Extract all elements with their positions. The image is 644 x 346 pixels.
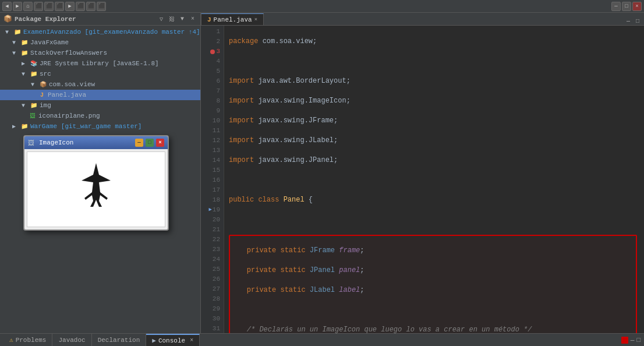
right-panel: J Panel.java × — □ 1 2 3 4 5 6 7 8 9 10 xyxy=(201,13,644,333)
folder-icon: 📁 xyxy=(13,27,22,37)
java-file-icon: J xyxy=(37,90,47,100)
package-explorer-title: Package Explorer xyxy=(15,16,155,23)
bottom-min-icon[interactable]: — xyxy=(631,337,635,344)
window-minimize[interactable]: — xyxy=(611,2,621,11)
left-panel: 📦 Package Explorer ▽ ⛓ ▼ × ▼ 📁 ExamenIAv… xyxy=(0,13,201,333)
main-layout: 📦 Package Explorer ▽ ⛓ ▼ × ▼ 📁 ExamenIAv… xyxy=(0,13,644,333)
explorer-link-icon[interactable]: ⛓ xyxy=(168,15,176,23)
window-maximize[interactable]: □ xyxy=(622,2,631,11)
explorer-collapse-icon[interactable]: ▽ xyxy=(157,15,165,23)
tree-item-stackoverflow[interactable]: ▼ 📁 StackOverflowAnswers xyxy=(0,48,200,58)
bottom-bar: ⚠ Problems Javadoc Declaration ▶ Console… xyxy=(0,333,644,346)
toolbar-btn-10[interactable]: ⬛ xyxy=(97,2,106,11)
console-label: Console xyxy=(158,337,185,344)
package-explorer-header: 📦 Package Explorer ▽ ⛓ ▼ × xyxy=(0,13,200,26)
expand-icon: ▼ xyxy=(19,69,28,79)
tree-item-airplane-png[interactable]: 🖼 iconairplane.png xyxy=(0,111,200,121)
tab-problems[interactable]: ⚠ Problems xyxy=(3,334,52,347)
dialog-title: ImageIcon xyxy=(39,139,133,146)
folder-icon: 📁 xyxy=(20,48,29,58)
dialog-minimize-button[interactable]: — xyxy=(135,139,143,147)
editor-area: 1 2 3 4 5 6 7 8 9 10 11 12 13 14 15 16 1… xyxy=(201,26,644,333)
editor-tab-bar: J Panel.java × — □ xyxy=(201,13,644,26)
console-close-icon[interactable]: × xyxy=(190,337,193,344)
toolbar-btn-6[interactable]: ⬛ xyxy=(55,2,64,11)
tree-item-label: Panel.java xyxy=(48,91,86,98)
tree-item-package[interactable]: ▼ 📦 com.soa.view xyxy=(0,79,200,90)
tab-console[interactable]: ▶ Console × xyxy=(146,334,200,347)
toolbar-btn-3[interactable]: ⌂ xyxy=(23,2,33,11)
tree-item-label: WarGame [git_war_game master] xyxy=(30,123,141,130)
airplane-silhouette xyxy=(67,160,125,218)
tree-item-wargame[interactable]: ▶ 📁 WarGame [git_war_game master] xyxy=(0,121,200,132)
tree-item-src[interactable]: ▼ 📁 src xyxy=(0,69,200,79)
expand-icon: ▼ xyxy=(9,48,19,58)
folder-icon: 📁 xyxy=(20,122,29,131)
tree-item-javafx[interactable]: ▼ 📁 JavaFxGame xyxy=(0,37,200,48)
toolbar-btn-9[interactable]: ⬛ xyxy=(86,2,95,11)
dialog-titlebar: 🖼 ImageIcon — □ × xyxy=(24,136,168,149)
console-icon: ▶ xyxy=(152,337,156,344)
expand-icon: ▼ xyxy=(2,27,12,37)
folder-icon: 📁 xyxy=(29,101,38,110)
tree-item-label: JRE System Library [JavaSE-1.8] xyxy=(40,60,159,67)
top-toolbar: ◀ ▶ ⌂ ⬛ ⬛ ⬛ ▶ ⬛ ⬛ ⬛ — □ × xyxy=(0,0,644,13)
dialog-icon: 🖼 xyxy=(28,139,34,147)
tree-item-label: iconairplane.png xyxy=(38,112,100,119)
editor-tab-label: Panel.java xyxy=(214,16,252,23)
tree-item-label: StackOverflowAnswers xyxy=(30,50,107,57)
problems-label: Problems xyxy=(16,337,47,344)
imageicon-dialog: 🖼 ImageIcon — □ × xyxy=(23,135,169,231)
tree-item-label: src xyxy=(40,70,51,77)
editor-tab-panel-java[interactable]: J Panel.java × xyxy=(201,13,264,25)
explorer-close-icon[interactable]: × xyxy=(189,15,197,23)
library-icon: 📚 xyxy=(29,59,38,68)
toolbar-btn-8[interactable]: ⬛ xyxy=(76,2,85,11)
image-file-icon: 🖼 xyxy=(28,111,37,121)
tree-item-label: com.soa.view xyxy=(49,81,95,88)
line-numbers: 1 2 3 4 5 6 7 8 9 10 11 12 13 14 15 16 1… xyxy=(201,26,224,333)
dialog-maximize-button[interactable]: □ xyxy=(146,139,154,147)
editor-maximize-icon[interactable]: □ xyxy=(634,17,642,25)
expand-icon: ▼ xyxy=(28,80,37,89)
dialog-close-button[interactable]: × xyxy=(156,139,164,147)
dialog-body xyxy=(27,151,165,227)
toolbar-btn-7[interactable]: ▶ xyxy=(65,2,75,11)
expand-icon: ▶ xyxy=(19,59,28,68)
tree-item-jre[interactable]: ▶ 📚 JRE System Library [JavaSE-1.8] xyxy=(0,58,200,69)
tree-item-img[interactable]: ▼ 📁 img xyxy=(0,100,200,111)
tree-item-examen[interactable]: ▼ 📁 ExamenIAvanzado [git_examenAvanzado … xyxy=(0,27,200,37)
expand-icon: ▶ xyxy=(9,122,19,131)
expand-icon: ▼ xyxy=(9,38,19,47)
editor-tab-close-icon[interactable]: × xyxy=(254,17,257,23)
code-editor[interactable]: package com.soa.view; import java.awt.Bo… xyxy=(224,26,644,333)
java-tab-icon: J xyxy=(207,16,211,23)
console-stop-button[interactable] xyxy=(621,337,628,344)
problems-icon: ⚠ xyxy=(9,336,13,344)
editor-minimize-icon[interactable]: — xyxy=(624,17,632,25)
folder-icon: 📁 xyxy=(20,38,29,47)
toolbar-btn-5[interactable]: ⬛ xyxy=(44,2,54,11)
tree-item-panel-java[interactable]: J Panel.java xyxy=(0,90,200,100)
tab-declaration[interactable]: Declaration xyxy=(92,334,147,347)
bottom-right-controls: — □ xyxy=(621,337,641,344)
tab-javadoc[interactable]: Javadoc xyxy=(52,334,91,347)
tree-item-label: ExamenIAvanzado [git_examenAvanzado mast… xyxy=(23,29,200,36)
window-close[interactable]: × xyxy=(632,2,642,11)
package-explorer-icon: 📦 xyxy=(3,15,12,23)
bottom-max-icon[interactable]: □ xyxy=(636,337,641,344)
declaration-label: Declaration xyxy=(98,337,140,344)
explorer-menu-icon[interactable]: ▼ xyxy=(178,15,186,23)
expand-icon: ▼ xyxy=(19,101,28,110)
toolbar-btn-1[interactable]: ◀ xyxy=(2,2,12,11)
javadoc-label: Javadoc xyxy=(58,337,85,344)
tree-item-label: JavaFxGame xyxy=(30,39,69,46)
folder-icon: 📁 xyxy=(29,69,38,79)
tree-item-label: img xyxy=(40,102,51,109)
toolbar-btn-4[interactable]: ⬛ xyxy=(34,2,43,11)
toolbar-btn-2[interactable]: ▶ xyxy=(13,2,22,11)
package-icon: 📦 xyxy=(38,80,48,89)
